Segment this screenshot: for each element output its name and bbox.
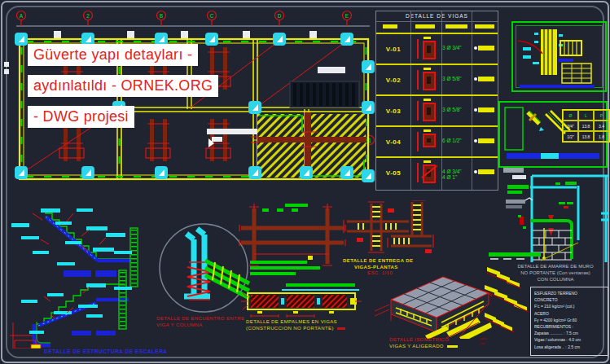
vigas-row: V-03 3 Ø 5/8" [376, 94, 498, 127]
iso-caption: DETALLE ISOMETRICO VIGAS Y ALIGERADO [389, 337, 458, 349]
beam-section-icon [423, 134, 436, 147]
beam-section-icon [423, 72, 436, 90]
spec-notes-box: ESFUERZO TERRENOCONCRETO F'c = 210 kg/cm… [530, 287, 608, 356]
joint-caption: DETALLE DE ENCUENTRO ENTRE VIGA Y COLUMN… [156, 316, 244, 328]
beam-section-icon [423, 103, 436, 121]
title-overlay-line3: - DWG projesi [28, 106, 134, 128]
connection-detail-box [511, 21, 607, 92]
wall-section-drawing [487, 168, 610, 262]
vigas-row: V-04 6 Ø 1/2" [376, 125, 498, 158]
beam-length-bar [478, 46, 494, 50]
beam-section-icon [423, 41, 436, 59]
title-overlay-line2: aydınlatıldı - ORNEK.ORG [28, 75, 218, 97]
vigas-table-title: DETALLE DE VIGAS [376, 13, 498, 19]
vigas-table: DETALLE DE VIGAS V-01 3 Ø 3/4" V-02 3 Ø … [375, 11, 498, 191]
beam-length-bar [478, 77, 494, 81]
cad-sheet: A 2 B C D E 1 2 [0, 0, 610, 364]
rebar-table: ØLP 3/4"13.83.4 1/2"13.81.8 [562, 109, 610, 143]
vigas-row: V-01 3 Ø 3/4" [376, 33, 498, 65]
grid-bubble-label: B [160, 13, 163, 19]
grid-bubble-label: E [345, 13, 349, 19]
rebar-bend-detail-box: ØLP 3/4"13.83.4 1/2"13.81.8 [498, 101, 608, 168]
beam-length-bar [478, 138, 494, 143]
isometric-slab-detail [368, 261, 492, 339]
beam-section-caption: DETALLE DE EMPALMES EN VIGAS (CONSTRUCCI… [246, 319, 345, 331]
beam-length-bar [478, 107, 494, 112]
floor-plan-drawing: A 2 B C D E 1 2 [7, 10, 377, 195]
beam-intersection-details [340, 200, 435, 257]
vigas-row: V-02 3 Ø 5/8" [376, 64, 498, 96]
grid-bubble-label: D [278, 13, 282, 19]
beam-plan-drawing [238, 204, 348, 275]
stair-caption: DETALLE DE ESTRUCTURA DE ESCALERA [44, 349, 168, 354]
beam-section-drawing [241, 282, 362, 319]
connection-detail-drawing [513, 23, 605, 90]
grid-bubble-label: A [20, 13, 24, 19]
vigas-row: V-05 4 Ø 3/4" 4 Ø 1" [376, 156, 498, 190]
grid-bubble-label: C [210, 13, 214, 19]
grid-bubble-label: 2 [86, 13, 90, 19]
stair-detail-drawing [8, 208, 159, 349]
title-overlay-line1: Güverte yapı detayları - [28, 44, 198, 66]
